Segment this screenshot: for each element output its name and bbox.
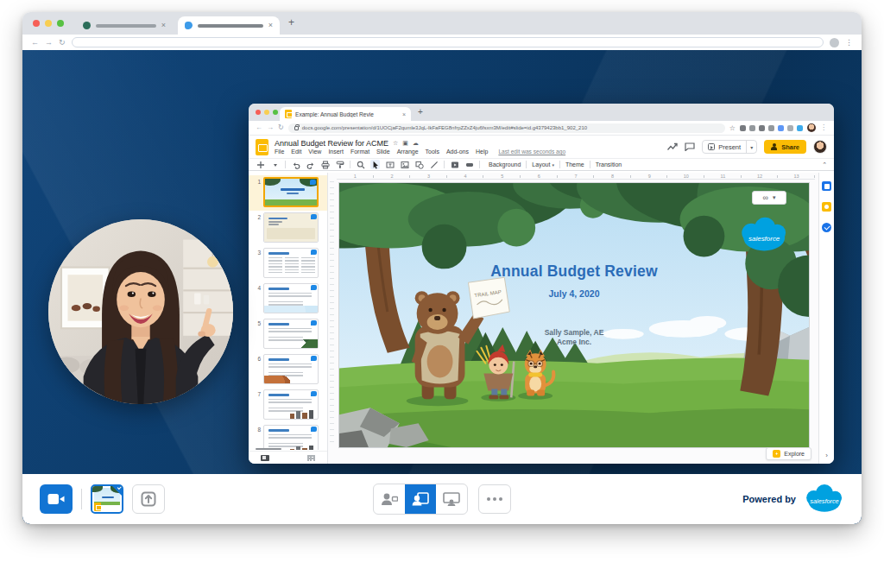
thumbnail-preview[interactable] [263, 319, 319, 349]
forward-icon[interactable]: → [267, 124, 274, 131]
keep-icon[interactable] [822, 202, 831, 212]
close-tab-icon[interactable]: × [268, 22, 273, 29]
google-slides-logo-icon[interactable] [256, 139, 268, 155]
slide-thumbnail-7[interactable]: 7 [249, 388, 327, 423]
menu-view[interactable]: View [308, 149, 321, 155]
menu-file[interactable]: File [275, 149, 284, 155]
mask-image-icon[interactable] [464, 160, 474, 169]
shared-content-thumbnail[interactable] [91, 484, 123, 514]
explore-button[interactable]: Explore [766, 447, 811, 460]
move-folder-icon[interactable]: ▣ [402, 140, 408, 147]
forward-icon[interactable]: → [45, 39, 53, 47]
star-doc-icon[interactable]: ☆ [393, 140, 398, 147]
insert-line-icon[interactable] [429, 160, 439, 169]
close-tab-icon[interactable]: × [402, 111, 406, 117]
chevron-right-icon[interactable]: › [819, 452, 834, 459]
layout-overlay-button[interactable] [405, 484, 436, 514]
inner-address-bar[interactable]: docs.google.com/presentation/d/1UOCjaF2q… [288, 123, 725, 133]
menu-format[interactable]: Format [350, 149, 369, 155]
format-button-theme[interactable]: Theme [562, 161, 588, 168]
format-button-transition[interactable]: Transition [592, 161, 625, 168]
zoom-icon[interactable] [356, 160, 365, 169]
collapse-toolbar-icon[interactable]: ⌃ [822, 161, 827, 168]
grid-view-icon[interactable] [307, 455, 315, 461]
reload-icon[interactable]: ↻ [278, 124, 284, 131]
close-window-icon[interactable] [33, 20, 40, 27]
inner-window-controls[interactable] [256, 110, 278, 115]
reload-icon[interactable]: ↻ [59, 39, 66, 47]
zoom-window-icon[interactable] [57, 20, 64, 27]
present-button[interactable]: Present ▾ [702, 140, 757, 154]
undo-icon[interactable] [291, 160, 300, 169]
version-history-icon[interactable] [667, 142, 678, 151]
share-screen-button[interactable] [132, 484, 165, 514]
extension-icon[interactable] [759, 125, 765, 131]
new-tab-button[interactable]: + [288, 16, 294, 28]
filmstrip-scrollbar[interactable] [256, 448, 281, 451]
thumbnail-preview[interactable] [263, 389, 319, 420]
slides-tab[interactable]: Example: Annual Budget Revie × [280, 107, 411, 121]
window-controls[interactable] [33, 20, 64, 27]
tasks-icon[interactable] [822, 223, 831, 232]
comment-icon[interactable] [685, 142, 695, 151]
last-edit-link[interactable]: Last edit was seconds ago [498, 149, 565, 155]
thumbnail-preview[interactable] [263, 177, 319, 207]
insert-video-icon[interactable] [450, 160, 459, 169]
menu-slide[interactable]: Slide [376, 149, 390, 155]
thumbnail-preview[interactable] [263, 425, 319, 450]
text-box-icon[interactable] [385, 160, 395, 169]
extension-icon[interactable] [749, 125, 755, 131]
zoom-window-icon[interactable] [273, 110, 278, 115]
close-tab-icon[interactable]: × [161, 22, 166, 29]
select-cursor-icon[interactable] [370, 160, 380, 169]
slide-thumbnail-3[interactable]: 3 [249, 246, 327, 281]
extension-icon[interactable] [778, 125, 784, 131]
thumbnail-preview[interactable] [263, 212, 319, 243]
extension-icon[interactable] [740, 125, 746, 131]
browser-profile-avatar[interactable] [807, 123, 816, 132]
back-icon[interactable]: ← [31, 39, 39, 47]
slide-thumbnail-6[interactable]: 6 [249, 352, 327, 388]
print-icon[interactable] [320, 160, 330, 169]
menu-tools[interactable]: Tools [426, 149, 439, 155]
slide-thumbnail-5[interactable]: 5 [249, 317, 327, 352]
browser-avatar[interactable] [830, 38, 839, 47]
format-button-layout[interactable]: Layout▾ [528, 161, 558, 168]
current-slide[interactable]: TRAIL MAP [338, 182, 810, 448]
thumbnail-preview[interactable] [263, 248, 319, 278]
filmstrip-view-icon[interactable] [261, 455, 269, 461]
extension-icon[interactable] [768, 125, 774, 131]
menu-edit[interactable]: Edit [291, 149, 301, 155]
camera-toggle-button[interactable] [40, 484, 73, 514]
extension-icon[interactable] [787, 125, 793, 131]
share-button[interactable]: Share [764, 140, 806, 154]
insert-image-icon[interactable] [400, 160, 409, 169]
insert-shape-icon[interactable] [414, 160, 424, 169]
slide-thumbnail-4[interactable]: 4 [249, 281, 327, 317]
bookmark-star-icon[interactable]: ☆ [729, 124, 736, 132]
minimize-window-icon[interactable] [264, 110, 269, 115]
thumbnail-preview[interactable] [263, 283, 319, 313]
layout-speaker-only-button[interactable] [374, 484, 405, 514]
new-slide-icon[interactable] [256, 160, 265, 169]
new-tab-button[interactable]: + [418, 107, 423, 117]
back-icon[interactable]: ← [256, 124, 262, 131]
slide-thumbnail-8[interactable]: 8 [249, 423, 327, 450]
meeting-widget-chip[interactable]: ∞ ▾ [752, 191, 786, 205]
paint-format-icon[interactable] [335, 160, 344, 169]
account-avatar[interactable] [813, 140, 827, 154]
menu-arrange[interactable]: Arrange [397, 149, 419, 155]
outer-address-bar[interactable] [72, 37, 824, 47]
calendar-icon[interactable] [822, 181, 831, 191]
close-window-icon[interactable] [256, 110, 261, 115]
menu-help[interactable]: Help [476, 149, 488, 155]
slide-thumbnail-2[interactable]: 2 [249, 211, 327, 246]
thumbnail-preview[interactable] [263, 354, 319, 384]
browser-menu-icon[interactable]: ⋮ [845, 38, 853, 47]
format-button-background[interactable]: Background [485, 161, 524, 168]
menu-insert[interactable]: Insert [328, 149, 344, 155]
layout-presentation-button[interactable] [436, 484, 467, 514]
browser-menu-icon[interactable]: ⋮ [820, 124, 827, 131]
present-dropdown[interactable]: ▾ [746, 141, 756, 153]
more-options-button[interactable] [478, 484, 511, 514]
